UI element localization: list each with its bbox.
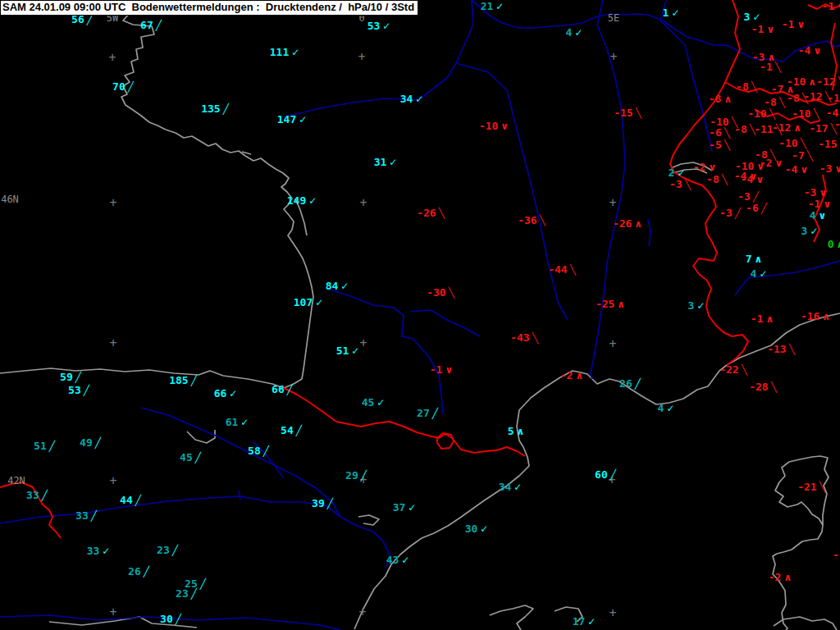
- station: -6╱: [746, 203, 767, 213]
- tendency-symbol-icon: ╱: [200, 578, 206, 588]
- tendency-symbol-icon: ✓: [315, 297, 323, 307]
- station-value: -12: [803, 91, 822, 102]
- tendency-symbol-icon: ✓: [299, 114, 307, 124]
- station-value: 33: [87, 546, 100, 556]
- station-value: -3: [737, 191, 751, 202]
- station: 23╱: [157, 545, 178, 555]
- tendency-symbol-icon: ╱: [361, 470, 367, 480]
- tendency-symbol-icon: ╱: [287, 384, 293, 394]
- station: 43✓: [386, 555, 410, 565]
- station-value: -36: [518, 215, 536, 226]
- station: 34✓: [400, 94, 424, 104]
- tendency-symbol-icon: ╱: [172, 545, 178, 555]
- tendency-symbol-icon: ∨: [819, 210, 827, 220]
- station: 111✓: [270, 47, 300, 57]
- station: 33╱: [75, 510, 97, 521]
- station-value: 5: [508, 426, 514, 436]
- station: -12∧: [772, 122, 801, 133]
- station-value: -30: [427, 287, 445, 298]
- station-value: 30: [465, 523, 478, 534]
- station-value: 4: [566, 27, 573, 38]
- station: 27╱: [417, 408, 438, 418]
- station-value: 23: [157, 545, 170, 555]
- station: -5╲: [709, 139, 730, 150]
- station-value: 34: [499, 482, 512, 492]
- tendency-symbol-icon: ╲: [775, 62, 781, 71]
- station: 54╱: [281, 425, 302, 436]
- tendency-symbol-icon: ╲: [722, 174, 728, 184]
- river-line: [410, 310, 480, 336]
- grid-label: 46N: [1, 194, 19, 204]
- tendency-symbol-icon: ✓: [389, 157, 397, 167]
- station: -17╲: [809, 123, 837, 134]
- tendency-symbol-icon: ╱: [91, 510, 97, 520]
- station-value: -8: [734, 124, 747, 135]
- station-value: -13: [767, 344, 786, 354]
- river-line: [239, 491, 240, 500]
- station: 4✓: [658, 403, 675, 413]
- tendency-symbol-icon: ╲: [771, 381, 777, 391]
- station-value: -6: [709, 127, 722, 138]
- station-value: 37: [393, 502, 406, 513]
- tendency-symbol-icon: ∨: [823, 199, 831, 208]
- tendency-symbol-icon: ✓: [102, 546, 110, 555]
- station-value: -3: [669, 179, 682, 189]
- station: -10∧: [787, 76, 816, 87]
- tendency-symbol-icon: ✓: [291, 47, 299, 57]
- station: -4∨: [785, 164, 808, 175]
- station-value: -3: [819, 163, 833, 174]
- station: -21╲: [797, 482, 825, 492]
- station: 4✓: [751, 268, 768, 279]
- tendency-symbol-icon: ∧: [724, 94, 732, 103]
- station-value: -15: [818, 139, 837, 149]
- station-value: 30: [160, 614, 173, 624]
- station-value: 7: [746, 253, 752, 264]
- river-line: [283, 0, 473, 117]
- grid-cross: +: [609, 51, 617, 63]
- tendency-symbol-icon: ╲: [685, 179, 691, 189]
- tendency-symbol-icon: ✓: [408, 502, 416, 512]
- river-line: [660, 0, 712, 152]
- station-value: 51: [34, 441, 47, 451]
- tendency-symbol-icon: ╲: [751, 81, 757, 91]
- station: 60╱: [595, 469, 616, 480]
- station-value: -1: [760, 62, 773, 72]
- station: -30╲: [427, 287, 454, 298]
- station-value: -26: [417, 208, 436, 218]
- tendency-symbol-icon: ╲: [801, 138, 806, 148]
- station-value: 147: [277, 114, 296, 125]
- tendency-symbol-icon: ✓: [480, 523, 488, 533]
- station: 26╱: [128, 566, 149, 577]
- station: 84✓: [326, 281, 349, 291]
- coast-line: [358, 515, 379, 525]
- tendency-symbol-icon: ✓: [574, 27, 582, 37]
- station: -2∧: [769, 572, 792, 582]
- station-value: 84: [326, 281, 339, 291]
- tendency-symbol-icon: ∨: [766, 24, 774, 34]
- tendency-symbol-icon: ╲: [789, 344, 795, 354]
- station: 149✓: [287, 195, 317, 206]
- station: -1∧: [751, 313, 774, 324]
- station-value: 66: [272, 384, 285, 395]
- station-value: 2: [669, 167, 675, 178]
- station-value: -12: [827, 93, 840, 103]
- station-value: -21: [797, 482, 816, 492]
- station: -3╱: [737, 191, 759, 202]
- tendency-symbol-icon: ╲: [540, 215, 546, 225]
- station-value: 23: [176, 588, 189, 599]
- station-value: -10: [778, 138, 797, 148]
- station-value: 49: [80, 437, 93, 448]
- station-value: 60: [595, 469, 608, 480]
- tendency-symbol-icon: ╱: [191, 588, 197, 598]
- station-value: 45: [362, 397, 375, 408]
- grid-cross: +: [109, 337, 116, 349]
- station-value: -8: [787, 93, 800, 103]
- station: -1╲: [833, 550, 840, 560]
- coast-line: [0, 368, 284, 388]
- station-value: -1: [751, 313, 764, 324]
- station-value: -1: [751, 24, 765, 34]
- tendency-symbol-icon: ╲: [636, 107, 641, 117]
- station: 185╱: [169, 375, 197, 386]
- tendency-symbol-icon: ∨: [774, 158, 783, 167]
- station-value: -12: [772, 122, 791, 133]
